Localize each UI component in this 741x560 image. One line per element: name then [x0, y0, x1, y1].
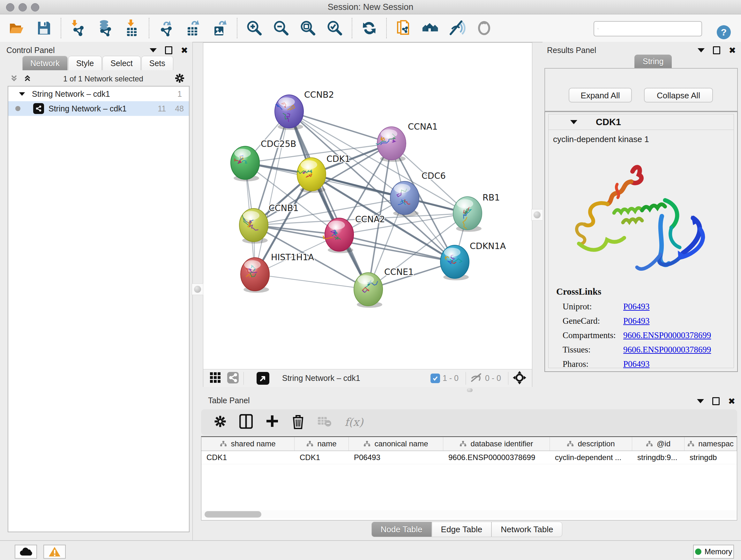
column-header-namespac[interactable]: namespac [684, 437, 737, 450]
column-header-shared-name[interactable]: shared name [201, 437, 294, 450]
column-header-name[interactable]: name [294, 437, 349, 450]
zoom-out-icon[interactable] [273, 19, 290, 37]
tab-string[interactable]: String [634, 55, 672, 68]
selected-checkbox-icon[interactable] [430, 374, 440, 383]
expand-all-networks-icon[interactable] [23, 74, 32, 84]
open-session-icon[interactable] [8, 19, 25, 37]
network-collection-row[interactable]: String Network – cdk1 1 [8, 86, 189, 101]
string-home-icon[interactable] [422, 19, 439, 37]
memory-button[interactable]: Memory [693, 545, 734, 559]
cloud-status-button[interactable] [15, 545, 37, 559]
delete-column-icon[interactable] [292, 414, 305, 430]
crosslink-link[interactable]: P06493 [623, 316, 650, 326]
search-icon [597, 24, 599, 33]
network-node-ccne1: CCNE1 [354, 267, 414, 308]
network-row[interactable]: String Network – cdk1 11 48 [8, 101, 189, 116]
collection-expander-icon[interactable] [19, 92, 25, 96]
column-header-database-identifier[interactable]: database identifier [443, 437, 550, 450]
table-panel: Table Panel ✖ f(x) shared na [193, 393, 741, 540]
collapse-results-icon[interactable] [697, 48, 704, 52]
close-table-icon[interactable]: ✖ [728, 398, 735, 405]
refresh-icon[interactable] [360, 19, 378, 37]
zoom-fit-icon[interactable] [299, 19, 317, 37]
save-session-icon[interactable] [35, 19, 52, 37]
float-table-icon[interactable] [712, 397, 720, 405]
tab-network-table[interactable]: Network Table [491, 522, 562, 537]
crosslink-row: GeneCard:P06493 [562, 316, 735, 330]
import-table-icon[interactable] [123, 19, 140, 37]
tab-sets[interactable]: Sets [141, 56, 173, 70]
help-icon[interactable]: ? [717, 25, 731, 39]
collapse-all-networks-icon[interactable] [10, 74, 18, 84]
collapse-table-icon[interactable] [697, 399, 704, 403]
function-builder-icon[interactable]: f(x) [345, 416, 363, 428]
tab-network[interactable]: Network [22, 56, 68, 70]
table-options-gear-icon[interactable] [214, 415, 226, 429]
crosslink-link[interactable]: P06493 [623, 302, 650, 312]
collapse-panel-icon[interactable] [150, 48, 157, 52]
add-column-icon[interactable] [266, 414, 279, 430]
right-splitter-handle[interactable] [531, 209, 543, 221]
grid-view-icon[interactable] [210, 372, 221, 385]
close-results-icon[interactable]: ✖ [729, 47, 736, 54]
results-actions-box: Expand All Collapse All [544, 68, 738, 111]
show-all-icon[interactable] [475, 19, 493, 37]
tab-style[interactable]: Style [68, 56, 102, 70]
left-splitter-handle[interactable] [192, 284, 203, 295]
column-header-canonical-name[interactable]: canonical name [349, 437, 443, 450]
zoom-in-icon[interactable] [246, 19, 263, 37]
control-panel-title: Control Panel [6, 46, 55, 55]
float-panel-icon[interactable] [165, 46, 172, 54]
node-label: CCNA1 [408, 122, 438, 132]
scrollbar-thumb[interactable] [205, 511, 261, 517]
table-body: CDK1CDK1P064939606.ENSP00000378699cyclin… [201, 451, 737, 464]
collapse-all-button[interactable]: Collapse All [644, 88, 713, 103]
crosslink-link[interactable]: P06493 [623, 359, 650, 369]
center-view-icon[interactable] [513, 371, 526, 386]
table-cell: CDK1 [294, 451, 349, 464]
zoom-selected-icon[interactable] [326, 19, 343, 37]
network-options-gear-icon[interactable] [175, 73, 185, 84]
network-canvas[interactable]: CCNB2CCNA1CDC25BCDK1CDC6RB1CCNB1CCNA2CDK… [203, 43, 532, 369]
results-content-box: CDK1 cyclin-dependent kinase 1 [544, 111, 738, 372]
table-cell: 9606.ENSP00000378699 [443, 451, 550, 464]
tab-edge-table[interactable]: Edge Table [432, 522, 492, 537]
import-network-icon[interactable] [70, 19, 87, 37]
expand-all-button[interactable]: Expand All [569, 88, 632, 103]
table-toolbar: f(x) [201, 409, 737, 435]
network-node-cdc6: CDC6 [390, 171, 446, 216]
export-network-icon[interactable] [158, 19, 175, 37]
crosslink-row: Uniprot:P06493 [562, 302, 735, 316]
gene-expander-icon[interactable] [570, 120, 577, 124]
gene-header[interactable]: CDK1 [548, 114, 734, 130]
show-columns-icon[interactable] [239, 414, 253, 430]
export-image-icon[interactable] [211, 19, 228, 37]
node-label: CCNB1 [269, 203, 299, 213]
table-horizontal-scrollbar[interactable] [201, 510, 737, 518]
float-results-icon[interactable] [713, 46, 720, 54]
collection-label: String Network – cdk1 [32, 89, 178, 99]
warning-status-button[interactable] [44, 545, 66, 559]
table-row[interactable]: CDK1CDK1P064939606.ENSP00000378699cyclin… [201, 451, 737, 464]
crosslink-link[interactable]: 9606.ENSP00000378699 [623, 345, 711, 355]
import-network-from-database-icon[interactable] [96, 19, 114, 37]
network-view-toolbar: String Network – cdk1 1 - 0 0 - 0 [203, 369, 532, 387]
tab-node-table[interactable]: Node Table [372, 522, 432, 537]
tab-select[interactable]: Select [103, 56, 140, 70]
crosslink-link[interactable]: 9606.ENSP00000378699 [623, 330, 711, 340]
control-panel: Control Panel ✖ Network Style Select Set… [0, 42, 193, 540]
network-share-icon[interactable] [227, 372, 239, 385]
hide-selected-icon[interactable] [449, 19, 466, 37]
column-header--id[interactable]: @id [632, 437, 684, 450]
export-table-icon[interactable] [185, 19, 202, 37]
duplicate-network-icon[interactable] [395, 19, 412, 37]
results-panel: Results Panel ✖ String Expand All Collap… [542, 42, 741, 393]
close-panel-icon[interactable]: ✖ [181, 47, 188, 54]
horizontal-splitter-handle[interactable] [464, 388, 475, 393]
birds-eye-view-icon[interactable] [257, 372, 269, 385]
column-header-description[interactable]: description [550, 437, 632, 450]
node-label: CCNA2 [355, 214, 385, 224]
delete-table-icon[interactable] [317, 416, 332, 428]
title-bar: Session: New Session [0, 0, 741, 14]
search-input[interactable] [601, 23, 701, 35]
